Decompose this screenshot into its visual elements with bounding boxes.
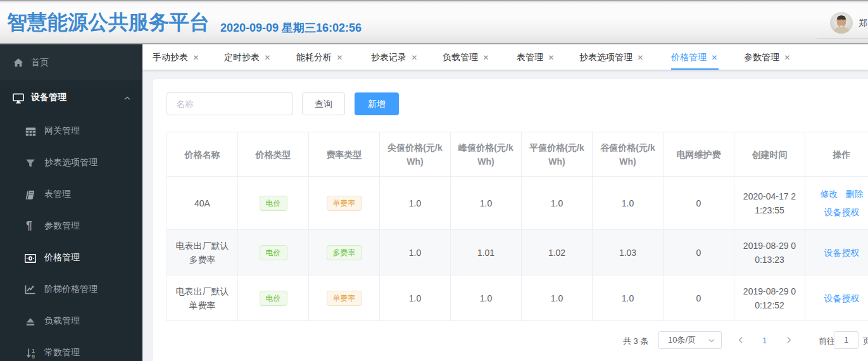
svg-text:9: 9 [32, 353, 35, 358]
